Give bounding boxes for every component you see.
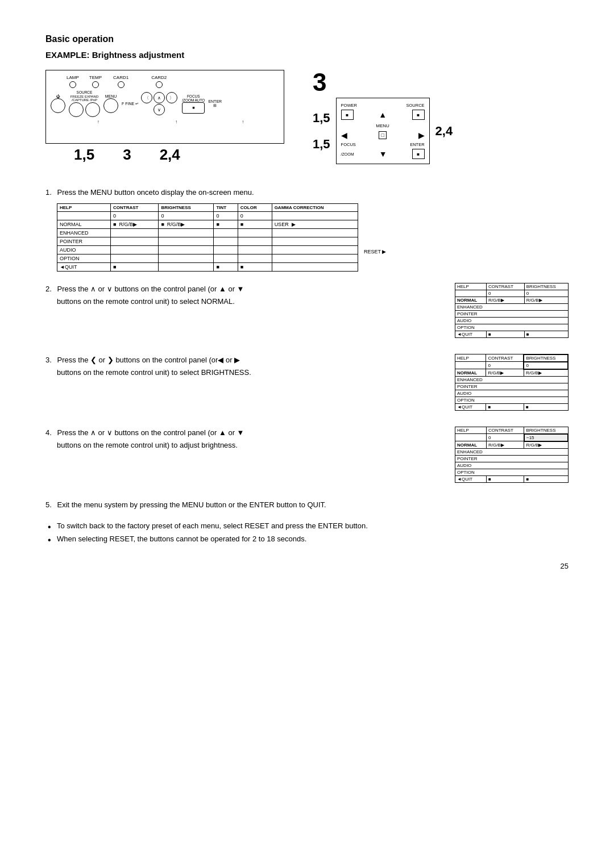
- col-tint: TINT: [214, 203, 238, 211]
- step2-right: HELP CONTRAST BRIGHTNESS 0 0 NORMAL R/G/…: [455, 283, 569, 338]
- s2-help: HELP: [455, 283, 487, 290]
- fine-label: F FINE ↵: [122, 102, 139, 106]
- bullet-item-2: When selecting RESET, the buttons cannot…: [45, 533, 569, 545]
- tint-val: 0: [214, 211, 238, 220]
- step-num-24: 2,4: [160, 146, 180, 164]
- s3-q-b: ■: [524, 403, 568, 410]
- step4-text-line2: buttons on the remote control unit) to a…: [57, 439, 446, 452]
- s3-option: OPTION: [455, 397, 569, 403]
- step1-number: 1.: [45, 188, 52, 197]
- steps-section: 1. Press the MENU button onceto display …: [45, 187, 569, 545]
- s3-b-val: 0: [524, 362, 568, 369]
- remote-center-btn: □: [379, 131, 386, 139]
- color-normal: ■: [238, 220, 272, 228]
- row-audio: AUDIO: [57, 245, 111, 254]
- step2-left: 2. Press the ∧ or ∨ buttons on the contr…: [45, 283, 446, 308]
- brightness-val: 0: [159, 211, 214, 220]
- left-btn: 〈: [141, 92, 152, 103]
- step4-number: 4.: [45, 428, 52, 437]
- remote-left-btn: ◀: [341, 131, 347, 140]
- s4-b-normal: R/G/B▶: [524, 441, 568, 449]
- remote-right-btn: ▶: [418, 131, 425, 140]
- step4-text: Press the ∧ or ∨ buttons on the control …: [57, 428, 244, 437]
- menu-label-panel: MENU: [105, 94, 117, 98]
- s2-normal: NORMAL: [455, 297, 487, 303]
- row-option: OPTION: [57, 254, 111, 262]
- remote-source-label: SOURCE: [406, 103, 425, 108]
- bullet-item-1: To switch back to the factory preset of …: [45, 520, 569, 532]
- remote-up-btn: ▲: [379, 110, 387, 119]
- s3-c-normal: R/G/B▶: [486, 369, 524, 377]
- step-num-15: 1,5: [74, 146, 94, 164]
- example-title: EXAMPLE: Brightness adjustment: [45, 50, 569, 60]
- s2-audio: AUDIO: [455, 317, 569, 324]
- s4-pointer: POINTER: [455, 455, 569, 462]
- s4-option: OPTION: [455, 469, 569, 475]
- step5-number: 5.: [45, 500, 52, 509]
- row-quit: ◄QUIT: [57, 262, 111, 271]
- bracket-indicator-2: ↑: [175, 119, 177, 124]
- s2-brightness-h: BRIGHTNESS: [524, 283, 568, 290]
- col-color: COLOR: [238, 203, 272, 211]
- row-enhanced: ENHANCED: [57, 228, 111, 237]
- s3-pointer: POINTER: [455, 383, 569, 390]
- menu-table-step4: HELP CONTRAST BRIGHTNESS 0 −15 NORMAL R/…: [455, 427, 569, 483]
- s3-help: HELP: [455, 354, 486, 362]
- col-contrast: CONTRAST: [111, 203, 159, 211]
- zoom-label-panel: /ZOOM: [182, 98, 194, 102]
- step3-left: 3. Press the ❮ or ❯ buttons on the contr…: [45, 354, 446, 379]
- contrast-val: 0: [111, 211, 159, 220]
- step3-number: 3.: [45, 356, 52, 364]
- s2-b-normal: R/G/B▶: [524, 297, 568, 303]
- s3-c-val: 0: [486, 362, 524, 369]
- big-3-label: 3: [313, 70, 326, 95]
- s4-contrast-h: CONTRAST: [486, 427, 524, 434]
- step4-right: HELP CONTRAST BRIGHTNESS 0 −15 NORMAL R/…: [455, 427, 569, 483]
- page-number: 25: [45, 562, 569, 570]
- bullet-list: To switch back to the factory preset of …: [45, 520, 569, 545]
- s3-b-normal: R/G/B▶: [524, 369, 568, 377]
- s4-enhanced: ENHANCED: [455, 448, 569, 455]
- step3-text-line2: buttons on the remote control unit) to s…: [57, 366, 446, 379]
- temp-label: TEMP: [89, 75, 102, 80]
- bracket-indicator-3: ↑: [242, 119, 244, 124]
- menu-table-step1: HELP CONTRAST BRIGHTNESS TINT COLOR GAMM…: [57, 203, 358, 272]
- section-title: Basic operation: [45, 34, 569, 44]
- step3-container: 3. Press the ❮ or ❯ buttons on the contr…: [45, 354, 569, 411]
- s3-quit: ◄QUIT: [455, 403, 486, 410]
- s3-contrast-h: CONTRAST: [486, 354, 524, 362]
- menu-btn: [103, 98, 118, 113]
- enter-label-panel: ENTER: [208, 99, 222, 103]
- right-btn: 〉: [166, 92, 177, 103]
- brightness-normal: ■ R/G/B▶: [159, 220, 214, 228]
- s2-option: OPTION: [455, 324, 569, 331]
- step2-text: Press the ∧ or ∨ buttons on the control …: [57, 285, 244, 293]
- menu-table-step3: HELP CONTRAST BRIGHTNESS 0 0 NORMAL R/G/…: [455, 354, 569, 411]
- source-btn: [69, 102, 84, 117]
- s2-q-b: ■: [524, 331, 568, 337]
- s3-q-c: ■: [486, 403, 524, 410]
- bracket-indicator-1: ↑: [97, 119, 99, 124]
- remote-enter-label: ENTER: [410, 142, 424, 147]
- step2-number: 2.: [45, 285, 52, 293]
- card1-label: CARD1: [113, 75, 128, 80]
- remote-diagram: POWER SOURCE ■ ▲ ■ MENU ◀ □ ▶: [336, 98, 430, 164]
- s2-b-val: 0: [524, 290, 568, 297]
- row-pointer: POINTER: [57, 237, 111, 245]
- s4-q-c: ■: [486, 475, 524, 482]
- remote-power-label: POWER: [341, 103, 357, 108]
- remote-source-btn: ■: [412, 110, 425, 120]
- col-brightness: BRIGHTNESS: [159, 203, 214, 211]
- menu-table-step2: HELP CONTRAST BRIGHTNESS 0 0 NORMAL R/G/…: [455, 283, 569, 338]
- s4-audio: AUDIO: [455, 462, 569, 469]
- source-label: SOURCE: [77, 90, 93, 94]
- s3-normal: NORMAL: [455, 369, 486, 377]
- auto-label: AUTO: [194, 98, 205, 102]
- s4-quit: ◄QUIT: [455, 475, 487, 482]
- s4-c-normal: R/G/B▶: [486, 441, 524, 449]
- s4-q-b: ■: [524, 475, 568, 482]
- step5-container: 5. Exit the menu system by pressing the …: [45, 499, 569, 511]
- s2-contrast-h: CONTRAST: [487, 283, 525, 290]
- freeze-btn: [85, 102, 100, 117]
- remote-step-24: 2,4: [435, 124, 453, 139]
